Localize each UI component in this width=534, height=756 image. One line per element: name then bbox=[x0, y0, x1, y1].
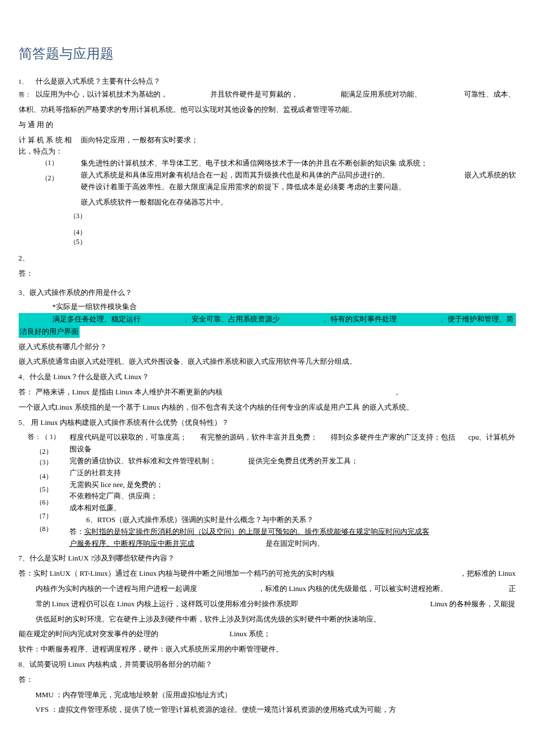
q5-n7: （7） bbox=[19, 511, 70, 522]
q7-a5a: 能在规定的时间内完成对突发事件的处理的 bbox=[19, 629, 158, 638]
q5-n4: （4） bbox=[19, 471, 70, 482]
q5-i7: 6、RTOS（嵌入式操作系统）强调的实时是什么概念？与中断的关系？ bbox=[86, 514, 516, 526]
q1-compare2a: 计 算 机 系 统 相 bbox=[19, 134, 81, 146]
q5-i8c: 户服务程序。中断程序响应中断并完成 bbox=[70, 539, 194, 548]
q3-hl2: 、安全可靠、占用系统资源少 bbox=[184, 314, 280, 325]
q8-vfs: VFS ：虚拟文件管理系统，提供了统一管理计算机资源的途径。使统一规范计算机资源… bbox=[36, 704, 516, 716]
q1-answer-label: 答： bbox=[19, 89, 36, 100]
q3-hl4: 、便于维护和管理、简 bbox=[440, 314, 514, 325]
q7-a6: 软件：中断服务程序、进程调度程序，硬件：嵌入式系统所采用的中断管理硬件。 bbox=[19, 644, 516, 655]
q1-feat1: 集先进性的计算机技术、半导体工艺、电子技术和通信网络技术于一体的并且在不断创新的… bbox=[81, 158, 516, 170]
q4-dot: 。 bbox=[396, 386, 403, 398]
q1-feat2a: 嵌入式系统是和具体应用对象有机结合在一起，因而其升级换代也是和具体的产品同步进行… bbox=[81, 170, 389, 181]
q5-i1e: 围设备 bbox=[70, 444, 516, 455]
q5-i2: 完善的通信协议、软件标准和文件管理机制； bbox=[70, 457, 216, 465]
q2-answer-label: 答： bbox=[19, 268, 516, 280]
q1-n5: （5） bbox=[70, 237, 516, 247]
q5-i8d: 是在固定时间内。 bbox=[266, 539, 324, 548]
q7-number: 7、 bbox=[19, 554, 30, 562]
q5-i4: 无需购买 lice nee, 是免费的； bbox=[70, 479, 516, 491]
q1-feat4: 嵌入式系统软件一般都固化在存储器芯片中。 bbox=[81, 197, 516, 208]
q5-pre: 答：（ 1） bbox=[19, 432, 70, 442]
q1-feat2b: 嵌入式系统的软 bbox=[464, 170, 516, 181]
q7-a2b: ，标准的 Linux 内核的优先级最低，可以被实时进程抢断。 bbox=[258, 583, 448, 595]
q7-a2a: 内核作为实时内核的一个进程与用户进程一起调度 bbox=[36, 583, 197, 595]
q5-i5: 不依赖特定厂商、供应商； bbox=[70, 490, 516, 502]
q3-subq: 嵌入式系统有哪几个部分？ bbox=[19, 341, 516, 353]
q8-title: 试简要说明 Linux 内核构成，并简要说明各部分的功能？ bbox=[29, 660, 212, 668]
q1-n1: （1） bbox=[19, 158, 81, 168]
q5-i1a: 程度代码是可以获取的，可靠度高； bbox=[70, 432, 187, 444]
q7-title: 什么是实时 LinUX ?涉及到哪些软硬件内容？ bbox=[29, 554, 175, 562]
q3-title: 嵌入式操作系统的作用是什么？ bbox=[29, 288, 132, 297]
q5-i1b: 有完整的源码，软件丰富并且免费； bbox=[200, 432, 318, 444]
q5-i8a: 答： bbox=[70, 527, 84, 536]
q5-i1d: cpu、计算机外 bbox=[468, 432, 516, 444]
q5-n3: （3） bbox=[19, 457, 70, 468]
q5-n6: （6） bbox=[19, 497, 70, 508]
q8-mmu: MMU ：内存管理单元，完成地址映射（应用虚拟地址方式） bbox=[36, 689, 516, 701]
q7-a3b: Linux 的各种服务，又能提 bbox=[430, 598, 515, 610]
q1-compare2b: 比，特点为： bbox=[19, 146, 81, 158]
q5-i8b: 实时指的是特定操作所消耗的时间（以及空间）的上限是可预知的。操作系统能够在规定响… bbox=[84, 527, 429, 536]
q7-a2c: 正 bbox=[509, 583, 516, 595]
q7-a1a: 答：实时 LinUX（ RT-Linux）通过在 Linux 内核与硬件中断之间… bbox=[19, 568, 335, 580]
q8-label: 答： bbox=[19, 674, 516, 686]
q5-i6: 成本相对低廉。 bbox=[70, 502, 516, 514]
q5-n8: （8） bbox=[19, 524, 70, 535]
q4-ans1: 严格来讲，Linux 是指由 Linux 本人维护并不断更新的内核 bbox=[36, 388, 223, 396]
q1-feat-head: 面向特定应用，一般都有实时要求； bbox=[81, 134, 516, 146]
q3-sub: *实际是一组软件模块集合 bbox=[53, 301, 516, 313]
q5-i2b: 提供完全免费且优秀的开发工具； bbox=[248, 457, 358, 465]
q4-number: 4、 bbox=[19, 372, 30, 381]
q1-answer-line2: 体积、功耗等指标的严格要求的专用计算机系统。他可以实现对其他设备的控制、监视或者… bbox=[19, 104, 516, 116]
q1-question: 什么是嵌入式系统？主要有什么特点？ bbox=[36, 76, 516, 88]
q5-number: 5、 bbox=[19, 418, 30, 427]
page-title: 简答题与应用题 bbox=[19, 43, 516, 64]
q5-title: 用 Linux 内核构建嵌入式操作系统有什么优势（优良特性）？ bbox=[31, 418, 229, 427]
q3-suba: 嵌入式系统通常由嵌入式处理机、嵌入式外围设备、嵌入式操作系统和嵌入式应用软件等几… bbox=[19, 356, 516, 368]
q1-ans1a: 以应用为中心，以计算机技术为基础的， bbox=[36, 89, 168, 101]
q3-hl5: 洁良好的用户界面 bbox=[19, 326, 80, 338]
q7-a3a: 常的 Linux 进程仍可以在 Linux 内核上运行，这样既可以使用标准分时操… bbox=[36, 598, 298, 610]
q8-number: 8、 bbox=[19, 660, 30, 668]
q3-number: 3、 bbox=[19, 288, 30, 297]
q5-n2: （2） bbox=[19, 446, 70, 457]
q1-ans1c: 能满足应用系统对功能、 bbox=[341, 89, 422, 101]
q1-n4: （4） bbox=[70, 228, 516, 237]
q1-ans1b: 并且软件硬件是可剪裁的， bbox=[210, 89, 298, 101]
q3-hl3: 、特有的实时事件处理 bbox=[323, 314, 397, 325]
q7-a5b: Linux 系统； bbox=[229, 629, 271, 638]
q1-n3: （3） bbox=[70, 211, 516, 221]
q1-number: 1、 bbox=[19, 76, 36, 87]
q1-answer-line1: 以应用为中心，以计算机技术为基础的， 并且软件硬件是可剪裁的， 能满足应用系统对… bbox=[36, 89, 516, 101]
q5-i1c: 得到众多硬件生产家的广泛支持；包括 bbox=[331, 432, 455, 444]
q5-i3: 广泛的社群支持 bbox=[70, 467, 516, 479]
q7-a1b: ，把标准的 Linux bbox=[459, 568, 515, 580]
q1-ans1d: 可靠性、成本、 bbox=[464, 89, 515, 101]
q1-feat3: 硬件设计着重于高效率性。在最大限度满足应用需求的前提下，降低成本是必须要 考虑的… bbox=[81, 181, 516, 193]
q3-hl1: 满足多任务处理、稳定运行 bbox=[53, 314, 141, 325]
q4-ans2: 一个嵌入式Linux 系统指的是一个基于 Linux 内核的，但不包含有关这个内… bbox=[19, 402, 516, 414]
q7-a4: 供低延时的实时环境。它在硬件上涉及到硬件中断，软件上涉及到对高优先级的实时硬件中… bbox=[36, 614, 516, 625]
q4-title: 什么是 Linux？什么是嵌入式 Linux？ bbox=[29, 372, 149, 381]
q2-number: 2、 bbox=[19, 253, 516, 264]
q1-n2: （2） bbox=[19, 173, 81, 184]
q5-n5: （5） bbox=[19, 484, 70, 495]
q1-compare: 与 通 用 的 bbox=[19, 119, 516, 131]
